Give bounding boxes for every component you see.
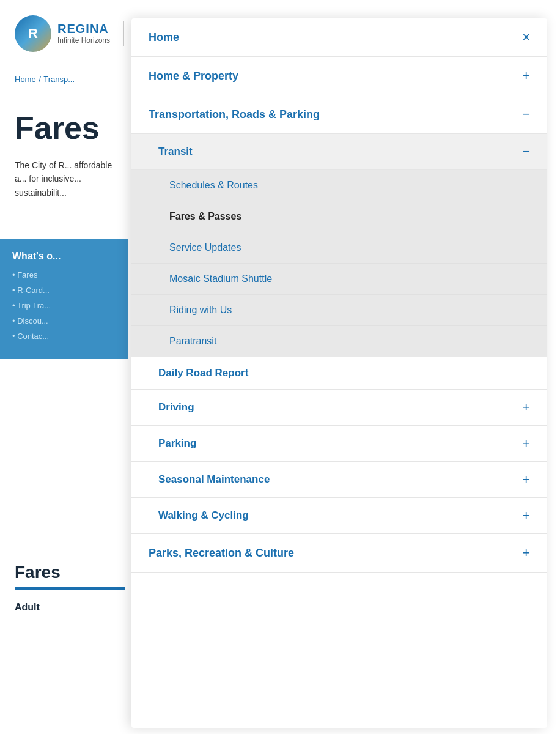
nav-service-updates-label: Service Updates: [169, 242, 241, 253]
nav-transit-label: Transit: [158, 146, 193, 158]
fares-section: Fares Adult: [0, 550, 128, 625]
sidebar-link-trip[interactable]: • Trip Tra...: [12, 301, 116, 310]
nav-subitem-walking[interactable]: Walking & Cycling +: [131, 498, 547, 534]
nav-item-home[interactable]: Home ×: [131, 18, 547, 57]
nav-item-home-property[interactable]: Home & Property +: [131, 57, 547, 95]
whats-on-title: What's o...: [12, 251, 116, 262]
nav-item-transportation[interactable]: Transportation, Roads & Parking −: [131, 95, 547, 134]
collapse-transit-icon[interactable]: −: [522, 144, 530, 160]
sidebar-link-fares[interactable]: • Fares: [12, 270, 116, 280]
logo-divider: [123, 21, 124, 46]
nav-parking-label: Parking: [158, 437, 196, 450]
fares-underline: [15, 587, 125, 590]
nav-home-label: Home: [149, 31, 179, 44]
close-icon[interactable]: ×: [522, 29, 530, 45]
expand-parks-icon[interactable]: +: [522, 545, 530, 561]
nav-walking-label: Walking & Cycling: [158, 510, 249, 522]
nav-mosaic-label: Mosaic Stadium Shuttle: [169, 273, 272, 284]
nav-sub2item-fares[interactable]: Fares & Passes: [131, 201, 547, 232]
nav-schedules-label: Schedules & Routes: [169, 180, 258, 191]
nav-sub2item-riding[interactable]: Riding with Us: [131, 295, 547, 326]
nav-overlay-panel: Home × Home & Property + Transportation,…: [131, 18, 547, 728]
nav-daily-road-label: Daily Road Report: [158, 367, 248, 379]
sidebar-link-discount[interactable]: • Discou...: [12, 316, 116, 325]
nav-subitem-seasonal[interactable]: Seasonal Maintenance +: [131, 462, 547, 498]
nav-item-parks[interactable]: Parks, Recreation & Culture +: [131, 534, 547, 573]
nav-paratransit-label: Paratransit: [169, 336, 216, 347]
breadcrumb-home[interactable]: Home: [15, 75, 36, 84]
nav-subitem-daily-road[interactable]: Daily Road Report: [131, 357, 547, 390]
blue-sidebar: What's o... • Fares • R-Card... • Trip T…: [0, 239, 128, 359]
page-description: The City of R... affordable a... for inc…: [15, 158, 125, 199]
nav-seasonal-label: Seasonal Maintenance: [158, 473, 270, 486]
nav-transportation-label: Transportation, Roads & Parking: [149, 108, 320, 121]
nav-sub2item-paratransit[interactable]: Paratransit: [131, 326, 547, 357]
breadcrumb-current[interactable]: Transp...: [43, 75, 75, 84]
nav-subitem-parking[interactable]: Parking +: [131, 426, 547, 462]
nav-driving-label: Driving: [158, 401, 194, 413]
expand-driving-icon[interactable]: +: [522, 399, 530, 415]
fares-section-title: Fares: [15, 563, 114, 582]
breadcrumb-separator: /: [39, 75, 41, 84]
nav-sub2item-service-updates[interactable]: Service Updates: [131, 232, 547, 264]
nav-home-property-label: Home & Property: [149, 70, 238, 83]
logo-icon: R: [15, 15, 51, 52]
nav-subitem-transit[interactable]: Transit −: [131, 134, 547, 170]
expand-parking-icon[interactable]: +: [522, 436, 530, 451]
sidebar-link-contact[interactable]: • Contac...: [12, 332, 116, 341]
nav-sub2item-schedules[interactable]: Schedules & Routes: [131, 170, 547, 201]
logo-tagline: Infinite Horizons: [57, 36, 110, 45]
nav-riding-label: Riding with Us: [169, 305, 232, 316]
expand-walking-icon[interactable]: +: [522, 508, 530, 524]
nav-fares-label: Fares & Passes: [169, 211, 241, 222]
logo-name: REGINA: [57, 22, 110, 36]
expand-home-property-icon[interactable]: +: [522, 68, 530, 84]
collapse-transportation-icon[interactable]: −: [522, 106, 530, 122]
adult-label: Adult: [15, 602, 114, 613]
nav-sub2item-mosaic[interactable]: Mosaic Stadium Shuttle: [131, 264, 547, 295]
logo-initial: R: [28, 26, 38, 42]
nav-subitem-driving[interactable]: Driving +: [131, 390, 547, 426]
nav-parks-label: Parks, Recreation & Culture: [149, 547, 294, 560]
expand-seasonal-icon[interactable]: +: [522, 472, 530, 487]
logo-text: REGINA Infinite Horizons: [57, 22, 110, 45]
sidebar-link-rcard[interactable]: • R-Card...: [12, 286, 116, 295]
